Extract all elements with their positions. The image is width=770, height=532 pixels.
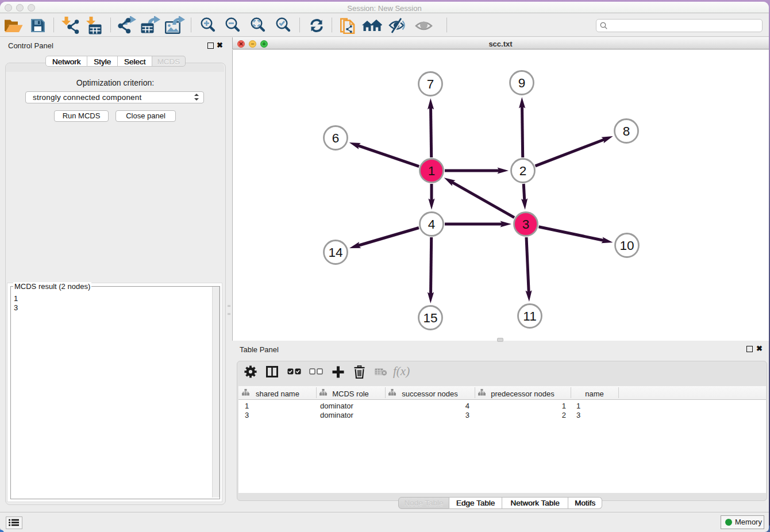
svg-text:2: 2 [519,164,527,178]
svg-text:10: 10 [619,238,634,253]
svg-text:3: 3 [522,217,530,232]
svg-text:7: 7 [427,77,434,91]
svg-text:4: 4 [428,217,436,232]
svg-text:1: 1 [428,164,436,178]
svg-text:15: 15 [423,311,437,325]
svg-text:14: 14 [328,245,342,260]
svg-text:9: 9 [518,76,526,90]
svg-text:6: 6 [332,131,340,145]
svg-text:8: 8 [623,124,630,138]
svg-text:11: 11 [523,309,536,323]
